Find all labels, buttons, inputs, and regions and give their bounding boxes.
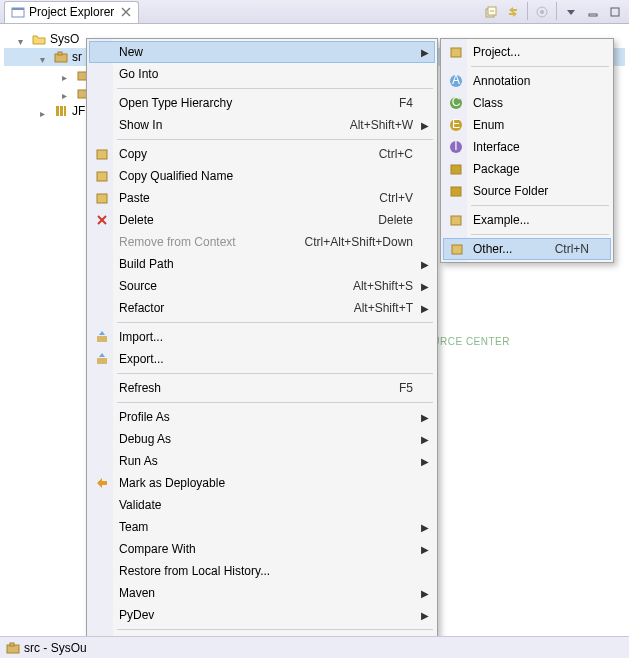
menu-label: Copy Qualified Name (119, 169, 233, 183)
focus-task-icon[interactable] (532, 2, 552, 22)
close-icon[interactable] (120, 6, 132, 18)
source-folder-icon (6, 641, 20, 655)
menu-restore-from-local-history[interactable]: Restore from Local History... (89, 560, 435, 582)
submenu-arrow-icon: ▶ (421, 544, 429, 555)
menu-project[interactable]: Project... (443, 41, 611, 63)
menu-separator (471, 234, 609, 235)
library-icon (54, 104, 68, 118)
submenu-arrow-icon: ▶ (421, 456, 429, 467)
tab-bar: Project Explorer (0, 0, 629, 24)
menu-label: New (119, 45, 143, 59)
menu-copy[interactable]: CopyCtrl+C (89, 143, 435, 165)
menu-label: Package (473, 162, 520, 176)
srcfolder-icon (448, 183, 464, 199)
menu-pydev[interactable]: PyDev▶ (89, 604, 435, 626)
menu-separator (117, 402, 433, 403)
menu-source[interactable]: SourceAlt+Shift+S▶ (89, 275, 435, 297)
project-icon (448, 44, 464, 60)
interface-icon: I (448, 139, 464, 155)
menu-show-in[interactable]: Show InAlt+Shift+W▶ (89, 114, 435, 136)
svg-rect-34 (451, 165, 461, 174)
menu-separator (471, 205, 609, 206)
menu-paste[interactable]: PasteCtrl+V (89, 187, 435, 209)
menu-label: Profile As (119, 410, 170, 424)
project-explorer-tab[interactable]: Project Explorer (4, 1, 139, 23)
svg-rect-25 (451, 48, 461, 57)
import-icon (94, 329, 110, 345)
toolbar-separator (556, 2, 557, 20)
menu-run-as[interactable]: Run As▶ (89, 450, 435, 472)
menu-go-into[interactable]: Go Into (89, 63, 435, 85)
menu-label: Build Path (119, 257, 174, 271)
minimize-icon[interactable] (583, 2, 603, 22)
expand-icon[interactable] (62, 88, 72, 98)
delete-icon (94, 212, 110, 228)
menu-mark-as-deployable[interactable]: Mark as Deployable (89, 472, 435, 494)
submenu-arrow-icon: ▶ (421, 522, 429, 533)
menu-team[interactable]: Team▶ (89, 516, 435, 538)
collapse-all-icon[interactable] (481, 2, 501, 22)
submenu-arrow-icon: ▶ (421, 47, 429, 58)
status-label: src - SysOu (24, 641, 87, 655)
menu-package[interactable]: Package (443, 158, 611, 180)
menu-copy-qualified-name[interactable]: Copy Qualified Name (89, 165, 435, 187)
svg-rect-39 (10, 643, 14, 646)
menu-enum[interactable]: EEnum (443, 114, 611, 136)
svg-rect-12 (58, 52, 62, 55)
svg-rect-17 (64, 106, 66, 116)
svg-text:A: A (452, 74, 460, 87)
package-icon (448, 161, 464, 177)
menu-label: Show In (119, 118, 162, 132)
menu-new[interactable]: New▶ (89, 41, 435, 63)
link-editor-icon[interactable] (503, 2, 523, 22)
view-menu-icon[interactable] (561, 2, 581, 22)
svg-rect-1 (12, 8, 24, 10)
menu-other[interactable]: Other...Ctrl+N (443, 238, 611, 260)
menu-label: Interface (473, 140, 520, 154)
menu-annotation[interactable]: AAnnotation (443, 70, 611, 92)
tree-label: SysO (50, 32, 79, 46)
annotation-icon: A (448, 73, 464, 89)
expand-icon[interactable] (18, 34, 28, 44)
menu-debug-as[interactable]: Debug As▶ (89, 428, 435, 450)
menu-profile-as[interactable]: Profile As▶ (89, 406, 435, 428)
menu-separator (471, 66, 609, 67)
submenu-arrow-icon: ▶ (421, 259, 429, 270)
menu-import[interactable]: Import... (89, 326, 435, 348)
menu-refactor[interactable]: RefactorAlt+Shift+T▶ (89, 297, 435, 319)
maximize-icon[interactable] (605, 2, 625, 22)
menu-refresh[interactable]: RefreshF5 (89, 377, 435, 399)
svg-rect-19 (97, 172, 107, 181)
menu-compare-with[interactable]: Compare With▶ (89, 538, 435, 560)
menu-example[interactable]: Example... (443, 209, 611, 231)
svg-rect-15 (56, 106, 59, 116)
menu-remove-from-context[interactable]: Remove from ContextCtrl+Alt+Shift+Down (89, 231, 435, 253)
menu-maven[interactable]: Maven▶ (89, 582, 435, 604)
submenu-arrow-icon: ▶ (421, 412, 429, 423)
copy-icon (94, 146, 110, 162)
menu-interface[interactable]: IInterface (443, 136, 611, 158)
deploy-icon (94, 475, 110, 491)
menu-class[interactable]: CClass (443, 92, 611, 114)
menu-separator (117, 88, 433, 89)
menu-delete[interactable]: DeleteDelete (89, 209, 435, 231)
svg-rect-18 (97, 150, 107, 159)
submenu-arrow-icon: ▶ (421, 281, 429, 292)
menu-label: Source (119, 279, 157, 293)
menu-export[interactable]: Export... (89, 348, 435, 370)
menu-shortcut: Ctrl+N (531, 242, 589, 256)
menu-label: Run As (119, 454, 158, 468)
expand-icon[interactable] (40, 106, 50, 116)
menu-source-folder[interactable]: Source Folder (443, 180, 611, 202)
menu-separator (117, 373, 433, 374)
expand-icon[interactable] (40, 52, 50, 62)
expand-icon[interactable] (62, 70, 72, 80)
menu-label: Paste (119, 191, 150, 205)
menu-open-type-hierarchy[interactable]: Open Type HierarchyF4 (89, 92, 435, 114)
menu-label: Remove from Context (119, 235, 236, 249)
menu-validate[interactable]: Validate (89, 494, 435, 516)
status-bar: src - SysOu (0, 636, 629, 658)
svg-text:E: E (452, 118, 460, 131)
menu-separator (117, 322, 433, 323)
menu-build-path[interactable]: Build Path▶ (89, 253, 435, 275)
